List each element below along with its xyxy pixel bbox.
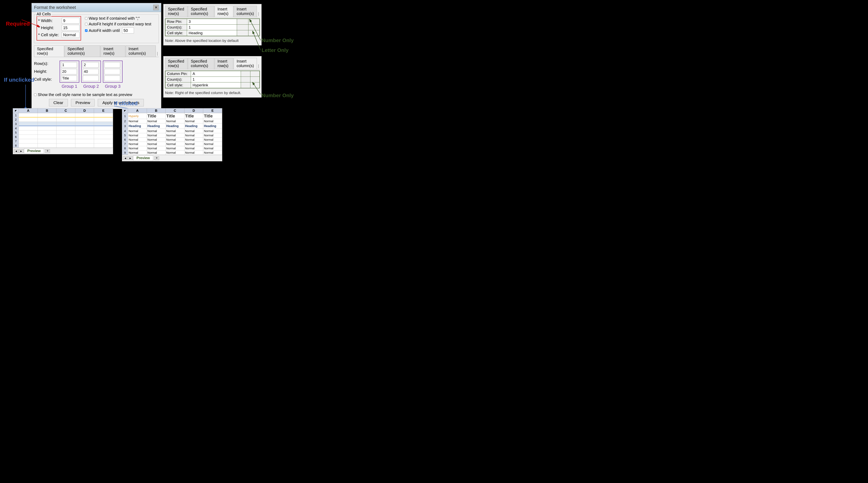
cell-1e <box>94 113 113 117</box>
cell-style-row: * Cell style: <box>38 32 80 38</box>
autofit-height-checkbox[interactable] <box>85 23 88 25</box>
width-input[interactable] <box>62 18 80 24</box>
topright-tab-spec-cols[interactable]: Specified column(s) <box>188 6 214 17</box>
clicked-row-6: 6 Normal Normal Normal Normal Normal <box>122 138 222 142</box>
topright-tab-spec-rows[interactable]: Specified row(s) <box>165 6 187 17</box>
group-3-rows-input[interactable] <box>104 62 120 68</box>
cell-style-input[interactable] <box>62 32 80 38</box>
group-2-label: Group 2 <box>83 84 99 89</box>
clicked-col-header-a: A <box>128 109 147 113</box>
clicked-cell-4a: Normal <box>128 129 147 133</box>
cell-5d <box>75 130 94 135</box>
clicked-cell-6c: Normal <box>166 138 185 142</box>
row-header-6: 6 <box>13 135 19 139</box>
clicked-row-9: 9 Normal Normal Normal Normal Normal <box>122 151 222 155</box>
cell-3e <box>94 122 113 126</box>
midright-tab-spec-rows[interactable]: Specified row(s) <box>165 58 187 69</box>
sheet-nav-left[interactable]: ◄ <box>14 149 19 153</box>
spec-rows-inner: Row(s): Height: Cell style: Group 1 <box>34 61 159 89</box>
cell-style-label: * Cell style: <box>38 32 62 37</box>
tab-specified-columns[interactable]: Specified column(s) <box>64 46 100 57</box>
clicked-row-1: 1 Hyperly Title Title Title Title <box>122 113 222 119</box>
group-1-style-input[interactable] <box>61 76 77 81</box>
topright-row-ptn-input[interactable] <box>187 19 237 24</box>
sheet-tab-preview[interactable]: Preview <box>24 148 44 154</box>
dialog-midright-body: Specified row(s) Specified column(s) Ins… <box>163 56 261 97</box>
topright-count-input[interactable] <box>187 25 237 30</box>
cell-2a <box>19 117 38 122</box>
clicked-row-5: 5 Normal Normal Normal Normal Normal <box>122 133 222 138</box>
clicked-cell-8d: Normal <box>185 146 204 151</box>
topright-style-input[interactable] <box>187 30 237 36</box>
topright-count-label: Count(s): <box>165 25 187 30</box>
group-3-height-input[interactable] <box>104 69 120 74</box>
clicked-cell-2d: Normal <box>185 119 204 123</box>
autofit-width-checkbox[interactable] <box>85 29 88 32</box>
midright-col-ptn-input[interactable] <box>191 71 241 77</box>
clicked-sheet-add-button[interactable]: + <box>154 156 159 160</box>
cell-7e <box>94 139 113 144</box>
midright-note: Note: Right of the specified column by d… <box>165 90 260 96</box>
clicked-row-2: 2 Normal Normal Normal Normal Normal <box>122 119 222 123</box>
midright-green-table: Column Ptn: Count(s): Cell style: <box>165 71 260 88</box>
group-2-style-input[interactable] <box>83 76 98 81</box>
cell-8a <box>19 144 38 148</box>
cell-1d <box>75 113 94 117</box>
midright-col-ptn: Column Ptn: <box>165 71 259 77</box>
topright-tab-insert-rows[interactable]: Insert row(s) <box>215 6 233 17</box>
clicked-cell-5c: Normal <box>166 133 185 138</box>
sheet-row-3: 3 <box>13 122 113 126</box>
topright-green-table: Row Ptn: Count(s): Cell style: <box>165 19 260 36</box>
clear-button[interactable]: Clear <box>49 99 68 107</box>
clicked-cell-4b: Normal <box>147 129 166 133</box>
clicked-cell-5a: Normal <box>128 133 147 138</box>
height-input[interactable] <box>62 25 80 31</box>
tab-insert-columns[interactable]: Insert column(s) <box>126 46 156 57</box>
main-dialog-close-button[interactable]: ✕ <box>153 5 159 10</box>
topright-tab-insert-cols[interactable]: Insert column(s) <box>234 6 257 17</box>
warp-text-checkbox[interactable] <box>85 17 88 20</box>
autofit-width-value[interactable] <box>122 28 134 33</box>
unclicked-spreadsheet: ◤ A B C D E 1 2 3 4 <box>13 108 113 154</box>
group-1-height-input[interactable] <box>61 69 77 74</box>
midright-count: Count(s): <box>165 77 259 83</box>
midright-tab-insert-rows[interactable]: Insert row(s) <box>215 58 233 69</box>
clicked-sheet-nav-right[interactable]: ► <box>128 156 133 160</box>
clicked-cell-1c: Title <box>166 113 185 119</box>
group-3-style-input[interactable] <box>104 76 120 81</box>
cell-7b <box>38 139 57 144</box>
tab-insert-rows[interactable]: Insert row(s) <box>100 46 125 57</box>
group-1-rows-input[interactable] <box>61 62 77 68</box>
midright-style-input[interactable] <box>191 83 241 88</box>
clicked-cell-6e: Normal <box>203 138 222 142</box>
midright-count-label: Count(s): <box>165 77 191 82</box>
tab-specified-rows[interactable]: Specified row(s) <box>34 46 64 57</box>
if-clicked-annotation: If clicked <box>114 100 138 107</box>
preview-button[interactable]: Preview <box>71 99 95 107</box>
clicked-sheet-tab-preview[interactable]: Preview <box>133 155 153 161</box>
midright-tab-insert-cols[interactable]: Insert column(s) <box>234 58 257 69</box>
midright-count-input[interactable] <box>191 77 241 82</box>
tabs-container: Specified row(s) Specified column(s) Ins… <box>34 46 159 57</box>
clicked-cell-3a: Heading <box>128 123 147 129</box>
preview-checkbox[interactable] <box>34 93 37 96</box>
sheet-add-button[interactable]: + <box>45 149 50 153</box>
group-2-height-input[interactable] <box>83 69 98 74</box>
cell-3b <box>38 122 57 126</box>
sheet-nav-right[interactable]: ► <box>19 149 24 153</box>
cell-style-label-spec: Cell style: <box>34 76 58 82</box>
group-3-col: Group 3 <box>103 61 123 89</box>
cell-6d <box>75 135 94 139</box>
cell-3a <box>19 122 38 126</box>
number-only-bottom-annotation: Number Only <box>261 92 294 98</box>
clicked-row-header-2: 2 <box>122 119 128 123</box>
cell-6b <box>38 135 57 139</box>
cell-7c <box>57 139 75 144</box>
group-2-rows-input[interactable] <box>83 62 98 68</box>
midright-tab-spec-cols[interactable]: Specified column(s) <box>188 58 214 69</box>
warp-text-label: Warp text if contained with ";" <box>89 16 140 21</box>
clicked-cell-1b: Title <box>147 113 166 119</box>
clicked-sheet-nav-left[interactable]: ◄ <box>123 156 128 160</box>
clicked-cell-7a: Normal <box>128 142 147 146</box>
clicked-corner-icon: ◤ <box>124 110 126 112</box>
